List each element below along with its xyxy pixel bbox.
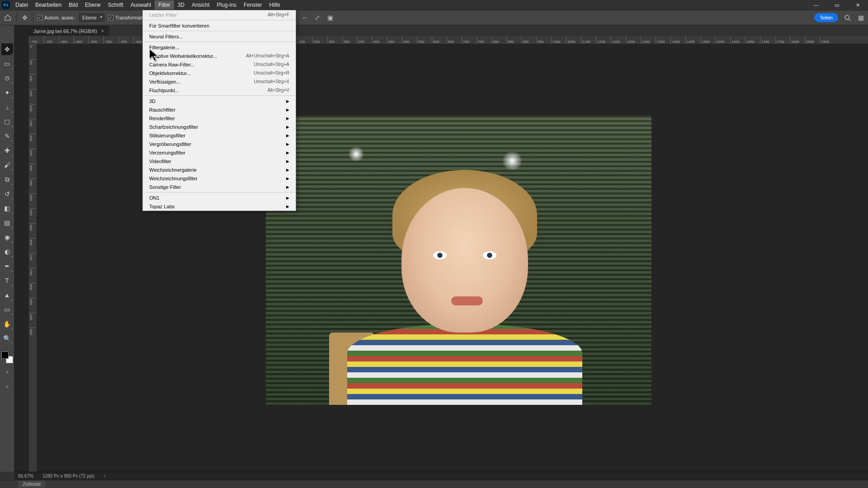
menu-item-filtergalerie[interactable]: Filtergalerie... xyxy=(143,43,296,52)
menu-item-sonstige-filter[interactable]: Sonstige Filter▶ xyxy=(143,183,296,191)
tool-wand[interactable]: ✦ xyxy=(1,87,13,99)
search-icon[interactable] xyxy=(843,13,852,22)
zoom-level[interactable]: 66,67% xyxy=(18,474,33,479)
camera-3d-icon[interactable]: ▣ xyxy=(326,13,335,22)
menu-item-vergr-berungsfilter[interactable]: Vergröberungsfilter▶ xyxy=(143,140,296,148)
dolly-3d-icon[interactable]: ↔ xyxy=(300,13,309,22)
ruler-tick: 900 xyxy=(521,36,536,44)
menu-item-label: Renderfilter xyxy=(149,116,175,121)
menu-item-shortcut: Umschalt+Strg+A xyxy=(254,62,289,67)
window-controls: — ▭ ✕ xyxy=(806,0,868,10)
ruler-tick: 1900 xyxy=(820,36,835,44)
tool-healing[interactable]: ✚ xyxy=(1,145,13,156)
slide-3d-icon[interactable]: ⤢ xyxy=(313,13,322,22)
menu-hilfe[interactable]: Hilfe xyxy=(266,0,284,9)
tool-lasso[interactable]: ⊙ xyxy=(1,72,13,84)
workspace-icon[interactable]: ▦ xyxy=(856,13,865,22)
menu-item-label: Verflüssigen... xyxy=(149,79,180,84)
ruler-tick: 1050 xyxy=(566,36,581,44)
tool-brush[interactable]: 🖌 xyxy=(1,159,13,171)
tool-rectangle[interactable]: ▭ xyxy=(1,304,13,315)
menu-item-weichzeichnergalerie[interactable]: Weichzeichnergalerie▶ xyxy=(143,165,296,174)
submenu-arrow-icon: ▶ xyxy=(286,204,289,209)
menu-item-f-r-smartfilter-konvertieren[interactable]: Für Smartfilter konvertieren xyxy=(143,21,296,30)
color-swatches[interactable] xyxy=(1,352,13,363)
auto-select-checkbox[interactable]: ✓ Autom. ausw.: xyxy=(37,15,75,20)
ruler-tick: 700 xyxy=(29,253,37,268)
ruler-tick: 1550 xyxy=(715,36,730,44)
tool-eyedropper[interactable]: ✎ xyxy=(1,130,13,142)
menu-item-fluchtpunkt[interactable]: Fluchtpunkt...Alt+Strg+V xyxy=(143,86,296,94)
tool-type[interactable]: T xyxy=(1,275,13,286)
menu-bild[interactable]: Bild xyxy=(65,0,81,9)
ruler-tick: 1000 xyxy=(551,36,566,44)
tool-hand[interactable]: ✋ xyxy=(1,318,13,330)
app-logo: Ps xyxy=(2,1,10,9)
document-tab[interactable]: Jarne.jpg bei 66,7% (RGB/8) ✕ xyxy=(29,26,109,36)
tool-dodge[interactable]: ◐ xyxy=(1,246,13,258)
quick-mask-icon[interactable]: ▫ xyxy=(1,366,13,378)
tool-zoom[interactable]: 🔍 xyxy=(1,333,13,344)
tool-artboard[interactable]: ▭ xyxy=(1,58,13,70)
menu-item-adaptive-weitwinkelkorrektur[interactable]: Adaptive Weitwinkelkorrektur...Alt+Umsch… xyxy=(143,52,296,60)
menu-ansicht[interactable]: Ansicht xyxy=(188,0,213,9)
document-image[interactable] xyxy=(266,116,651,405)
menu-item-renderfilter[interactable]: Renderfilter▶ xyxy=(143,114,296,122)
menubar: DateiBearbeitenBildEbeneSchriftAuswahlFi… xyxy=(12,0,284,10)
menu-item-neural-filters[interactable]: Neural Filters... xyxy=(143,32,296,41)
menu-item-on1[interactable]: ON1▶ xyxy=(143,193,296,202)
menu-item-label: Topaz Labs xyxy=(149,204,175,209)
layer-dropdown[interactable]: Ebene xyxy=(79,14,104,22)
minimize-button[interactable]: — xyxy=(806,0,826,10)
status-arrow-icon[interactable]: › xyxy=(104,474,105,479)
menu-item-topaz-labs[interactable]: Topaz Labs▶ xyxy=(143,202,296,211)
menu-item-videofilter[interactable]: Videofilter▶ xyxy=(143,157,296,165)
screen-mode-icon[interactable]: ▫ xyxy=(1,380,13,392)
menu-ebene[interactable]: Ebene xyxy=(81,0,104,9)
menu-bearbeiten[interactable]: Bearbeiten xyxy=(32,0,65,9)
tool-move[interactable]: ✥ xyxy=(1,43,13,55)
tool-frame[interactable]: ▢ xyxy=(1,116,13,127)
menu-datei[interactable]: Datei xyxy=(12,0,32,9)
tool-history-brush[interactable]: ↺ xyxy=(1,188,13,200)
home-icon[interactable] xyxy=(3,13,13,23)
move-tool-icon[interactable]: ✥ xyxy=(20,13,29,22)
tool-pen[interactable]: ✒ xyxy=(1,260,13,272)
menu-item-label: 3D xyxy=(149,99,156,104)
ruler-tick: 200 xyxy=(312,36,327,44)
menu-item-camera-raw-filter[interactable]: Camera Raw-Filter...Umschalt+Strg+A xyxy=(143,60,296,69)
menu-3d[interactable]: 3D xyxy=(174,0,188,9)
maximize-button[interactable]: ▭ xyxy=(826,0,847,10)
menu-auswahl[interactable]: Auswahl xyxy=(127,0,155,9)
tool-stamp[interactable]: ⧉ xyxy=(1,174,13,185)
ruler-vertical[interactable]: 0501001502002503003504004505005506006507… xyxy=(29,44,37,472)
menu-item-rauschfilter[interactable]: Rauschfilter▶ xyxy=(143,105,296,114)
menu-item-weichzeichnungsfilter[interactable]: Weichzeichnungsfilter▶ xyxy=(143,174,296,183)
close-button[interactable]: ✕ xyxy=(847,0,868,10)
menu-item-stilisierungsfilter[interactable]: Stilisierungsfilter▶ xyxy=(143,131,296,140)
ruler-tick: 950 xyxy=(536,36,551,44)
menu-item-scharfzeichnungsfilter[interactable]: Scharfzeichnungsfilter▶ xyxy=(143,122,296,131)
menu-item-3d[interactable]: 3D▶ xyxy=(143,97,296,105)
menu-filter[interactable]: Filter xyxy=(155,0,174,9)
menu-item-label: Sonstige Filter xyxy=(149,184,181,190)
timeline-tab[interactable]: Zeitleiste xyxy=(18,481,45,488)
menu-item-objektivkorrektur[interactable]: Objektivkorrektur...Umschalt+Strg+R xyxy=(143,69,296,77)
status-bar: 66,67% 1280 Px x 960 Px (72 ppi) › xyxy=(14,472,868,480)
menu-fenster[interactable]: Fenster xyxy=(240,0,266,9)
tool-eraser[interactable]: ◧ xyxy=(1,202,13,214)
tool-path-select[interactable]: ▲ xyxy=(1,289,13,301)
ruler-tick: 100 xyxy=(29,74,37,89)
ruler-tick: 500 xyxy=(29,193,37,208)
share-button[interactable]: Teilen xyxy=(814,13,838,22)
menu-schrift[interactable]: Schrift xyxy=(104,0,127,9)
tool-crop[interactable]: ⟂ xyxy=(1,101,13,113)
menu-item-verzerrungsfilter[interactable]: Verzerrungsfilter▶ xyxy=(143,148,296,157)
menu-separator xyxy=(143,42,295,42)
menu-item-verfl-ssigen[interactable]: Verflüssigen...Umschalt+Strg+X xyxy=(143,77,296,86)
close-tab-icon[interactable]: ✕ xyxy=(101,28,104,33)
ruler-tick: 1600 xyxy=(730,36,745,44)
tool-gradient[interactable]: ▤ xyxy=(1,217,13,229)
menu-plug-ins[interactable]: Plug-ins xyxy=(213,0,240,9)
tool-blur[interactable]: ◉ xyxy=(1,231,13,243)
